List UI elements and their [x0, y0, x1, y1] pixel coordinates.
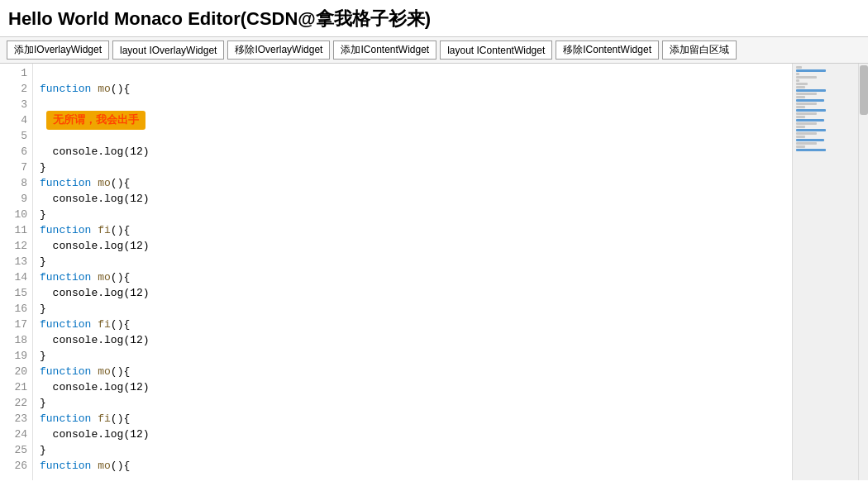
- line-number: 4: [0, 112, 27, 128]
- line-number: 7: [0, 160, 27, 175]
- code-line: console.log(12): [40, 379, 792, 395]
- code-line: }: [40, 160, 792, 175]
- line-number: 3: [0, 97, 27, 112]
- code-line: console.log(12): [40, 238, 792, 254]
- code-text: }: [40, 442, 46, 458]
- code-text: console.log(12): [40, 191, 150, 207]
- keyword-function: function: [40, 175, 98, 191]
- btn-add-content-widget[interactable]: 添加IContentWidget: [333, 41, 436, 60]
- code-text: (){: [111, 222, 130, 238]
- keyword-function: function: [40, 458, 98, 474]
- code-line: function mo(){: [40, 269, 792, 285]
- code-area[interactable]: function mo(){ 无所谓，我会出手 console.log(12)}…: [33, 64, 792, 480]
- code-line: }: [40, 301, 792, 317]
- code-text: (){: [111, 317, 130, 332]
- line-number: 21: [0, 379, 27, 395]
- code-line: }: [40, 395, 792, 411]
- code-line: console.log(12): [40, 191, 792, 207]
- code-text: console.log(12): [40, 144, 150, 160]
- editor-container: 1234567891011121314151617181920212223242…: [0, 64, 868, 480]
- code-line: }: [40, 207, 792, 222]
- code-line: function fi(){: [40, 222, 792, 238]
- line-number: 16: [0, 301, 27, 317]
- line-number: 15: [0, 285, 27, 301]
- code-text: (){: [111, 175, 130, 191]
- code-line: [40, 97, 792, 112]
- line-number: 10: [0, 207, 27, 222]
- line-number: 1: [0, 65, 27, 81]
- code-text: console.log(12): [40, 427, 150, 442]
- code-line: }: [40, 348, 792, 364]
- function-name: fi: [98, 317, 111, 332]
- code-line: console.log(12): [40, 144, 792, 160]
- code-text: console.log(12): [40, 332, 150, 348]
- scrollbar[interactable]: [858, 64, 868, 480]
- line-number: 14: [0, 269, 27, 285]
- code-text: console.log(12): [40, 379, 150, 395]
- code-text: (){: [111, 269, 130, 285]
- code-text: (){: [111, 458, 130, 474]
- code-text: }: [40, 160, 46, 175]
- page-title: Hello World Monaco Editor(CSDN@拿我格子衫来): [0, 0, 868, 36]
- code-text: }: [40, 254, 46, 269]
- keyword-function: function: [40, 81, 98, 97]
- keyword-function: function: [40, 317, 98, 332]
- line-number: 26: [0, 458, 27, 474]
- keyword-function: function: [40, 269, 98, 285]
- line-number: 2: [0, 81, 27, 97]
- line-number: 23: [0, 411, 27, 427]
- line-number: 17: [0, 317, 27, 332]
- line-number: 11: [0, 222, 27, 238]
- code-line: console.log(12): [40, 427, 792, 442]
- line-number: 25: [0, 442, 27, 458]
- line-number: 6: [0, 144, 27, 160]
- code-line: 无所谓，我会出手: [40, 112, 792, 128]
- code-text: }: [40, 207, 46, 222]
- minimap: [792, 64, 858, 480]
- function-name: mo: [98, 364, 111, 379]
- code-line: function mo(){: [40, 458, 792, 474]
- code-text: (){: [111, 81, 130, 97]
- btn-add-overlay-widget[interactable]: 添加IOverlayWidget: [7, 41, 109, 60]
- code-line: function mo(){: [40, 81, 792, 97]
- code-text: console.log(12): [40, 285, 150, 301]
- code-line: console.log(12): [40, 332, 792, 348]
- btn-layout-overlay-widget[interactable]: layout IOverlayWidget: [112, 41, 224, 60]
- code-text: (){: [111, 411, 130, 427]
- line-number: 20: [0, 364, 27, 379]
- line-number: 5: [0, 128, 27, 144]
- code-line: console.log(12): [40, 285, 792, 301]
- function-name: mo: [98, 81, 111, 97]
- code-text: console.log(12): [40, 238, 150, 254]
- code-line: function mo(){: [40, 364, 792, 379]
- line-number: 24: [0, 427, 27, 442]
- code-line: [40, 128, 792, 144]
- line-number: 19: [0, 348, 27, 364]
- code-text: (){: [111, 364, 130, 379]
- code-text: }: [40, 348, 46, 364]
- function-name: mo: [98, 175, 111, 191]
- code-line: function mo(){: [40, 175, 792, 191]
- line-number: 9: [0, 191, 27, 207]
- code-line: function fi(){: [40, 411, 792, 427]
- scrollbar-thumb[interactable]: [860, 65, 868, 115]
- code-line: }: [40, 254, 792, 269]
- line-number: 12: [0, 238, 27, 254]
- line-number: 18: [0, 332, 27, 348]
- keyword-function: function: [40, 364, 98, 379]
- btn-layout-content-widget[interactable]: layout IContentWidget: [440, 41, 552, 60]
- line-number: 8: [0, 175, 27, 191]
- function-name: mo: [98, 269, 111, 285]
- btn-remove-overlay-widget[interactable]: 移除IOverlayWidget: [227, 41, 330, 60]
- code-line: function fi(){: [40, 317, 792, 332]
- overlay-widget: 无所谓，我会出手: [46, 111, 145, 130]
- line-number: 13: [0, 254, 27, 269]
- code-line: }: [40, 442, 792, 458]
- code-text: }: [40, 395, 46, 411]
- btn-remove-content-widget[interactable]: 移除IContentWidget: [556, 41, 659, 60]
- keyword-function: function: [40, 222, 98, 238]
- function-name: fi: [98, 222, 111, 238]
- btn-add-whitespace[interactable]: 添加留白区域: [662, 41, 737, 60]
- line-number: 22: [0, 395, 27, 411]
- line-numbers: 1234567891011121314151617181920212223242…: [0, 64, 33, 480]
